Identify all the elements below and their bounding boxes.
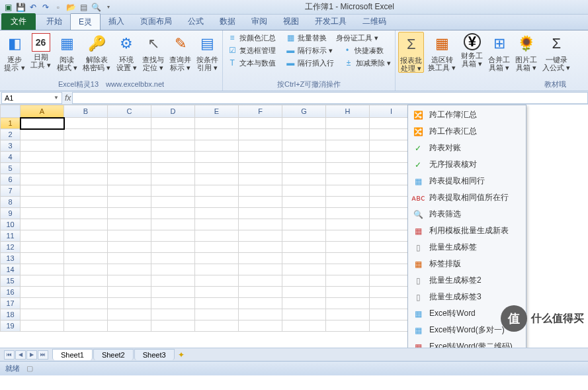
ribbon-btn-环境设置[interactable]: ⚙环境设置 ▾ xyxy=(114,32,138,72)
cell-D8[interactable] xyxy=(151,197,195,208)
cell-C6[interactable] xyxy=(108,174,151,185)
sheet-nav-prev-icon[interactable]: ◀ xyxy=(15,350,26,360)
row-header-17[interactable]: 17 xyxy=(1,298,21,309)
cell-I9[interactable] xyxy=(370,208,413,219)
cell-H4[interactable] xyxy=(326,152,370,163)
cell-H1[interactable] xyxy=(326,118,370,129)
cell-I12[interactable] xyxy=(370,242,413,253)
ribbon-btn-按条件引用[interactable]: ▤按条件引用 ▾ xyxy=(195,32,220,72)
cell-C19[interactable] xyxy=(108,320,151,332)
cell-D5[interactable] xyxy=(151,163,195,174)
row-header-12[interactable]: 12 xyxy=(1,242,21,253)
ribbon-small-按颜色汇总[interactable]: ≡按颜色汇总 xyxy=(226,32,277,44)
cell-D12[interactable] xyxy=(151,242,195,253)
cell-F14[interactable] xyxy=(239,264,282,275)
cell-E12[interactable] xyxy=(195,242,239,253)
cell-G4[interactable] xyxy=(282,152,326,163)
ribbon-btn-阅读模式[interactable]: ▦阅读模式 ▾ xyxy=(55,32,79,72)
new-sheet-icon[interactable]: ✦ xyxy=(178,350,185,360)
menu-item-批量生成标签[interactable]: ▯批量生成标签 xyxy=(408,239,526,256)
cell-F9[interactable] xyxy=(239,208,282,219)
cell-B2[interactable] xyxy=(64,129,108,140)
menu-item-跨工作簿汇总[interactable]: 🔀跨工作簿汇总 xyxy=(408,107,526,123)
col-header-H[interactable]: H xyxy=(326,105,370,118)
ribbon-small-快捷凑数[interactable]: •快捷凑数 xyxy=(341,44,385,56)
cell-H11[interactable] xyxy=(326,230,370,242)
cell-C10[interactable] xyxy=(108,219,151,230)
cell-F11[interactable] xyxy=(239,230,282,242)
cell-H18[interactable] xyxy=(326,309,370,320)
cell-A15[interactable] xyxy=(21,275,64,287)
tab-2[interactable]: 插入 xyxy=(101,13,132,30)
cell-G10[interactable] xyxy=(282,219,326,230)
cell-I16[interactable] xyxy=(370,287,413,298)
row-header-9[interactable]: 9 xyxy=(1,208,21,219)
cell-E10[interactable] xyxy=(195,219,239,230)
cell-F19[interactable] xyxy=(239,320,282,332)
name-box-dropdown-icon[interactable]: ▼ xyxy=(54,95,59,101)
col-header-A[interactable]: A xyxy=(21,105,64,118)
cell-D15[interactable] xyxy=(151,275,195,287)
ribbon-btn-报表批处理[interactable]: Σ报表批处理 ▾ xyxy=(398,32,424,73)
menu-item-跨工作表汇总[interactable]: 🔀跨工作表汇总 xyxy=(408,123,526,140)
cell-D18[interactable] xyxy=(151,309,195,320)
ribbon-btn-一键录入公式[interactable]: Σ一键录入公式 ▾ xyxy=(541,32,571,72)
cell-H15[interactable] xyxy=(326,275,370,287)
cell-F12[interactable] xyxy=(239,242,282,253)
sheet-tab-Sheet3[interactable]: Sheet3 xyxy=(134,349,175,360)
cell-F2[interactable] xyxy=(239,129,282,140)
ribbon-btn-图片工具箱[interactable]: 🌻图片工具箱 ▾ xyxy=(514,32,538,72)
cell-G17[interactable] xyxy=(282,298,326,309)
cell-H8[interactable] xyxy=(326,197,370,208)
cell-H9[interactable] xyxy=(326,208,370,219)
cell-G15[interactable] xyxy=(282,275,326,287)
cell-E8[interactable] xyxy=(195,197,239,208)
cell-F13[interactable] xyxy=(239,253,282,264)
menu-item-利用模板批量生成新表[interactable]: ▦利用模板批量生成新表 xyxy=(408,222,526,239)
cell-E2[interactable] xyxy=(195,129,239,140)
cell-G11[interactable] xyxy=(282,230,326,242)
ribbon-btn-日期工具[interactable]: 26日期工具 ▾ xyxy=(29,32,52,69)
cell-F1[interactable] xyxy=(239,118,282,129)
cell-A10[interactable] xyxy=(21,219,64,230)
cell-C14[interactable] xyxy=(108,264,151,275)
ribbon-small-隔行标示 ▾[interactable]: ▬隔行标示 ▾ xyxy=(284,44,334,56)
cell-H12[interactable] xyxy=(326,242,370,253)
cell-F6[interactable] xyxy=(239,174,282,185)
cell-E14[interactable] xyxy=(195,264,239,275)
cell-I6[interactable] xyxy=(370,174,413,185)
cell-B18[interactable] xyxy=(64,309,108,320)
cell-C11[interactable] xyxy=(108,230,151,242)
row-header-11[interactable]: 11 xyxy=(1,230,21,242)
cell-A1[interactable] xyxy=(21,118,64,129)
cell-F5[interactable] xyxy=(239,163,282,174)
cell-H17[interactable] xyxy=(326,298,370,309)
cell-B17[interactable] xyxy=(64,298,108,309)
cell-G2[interactable] xyxy=(282,129,326,140)
cell-H14[interactable] xyxy=(326,264,370,275)
row-header-13[interactable]: 13 xyxy=(1,253,21,264)
ribbon-btn-逐步提示[interactable]: ◧逐步提示 ▾ xyxy=(3,32,26,72)
cell-G1[interactable] xyxy=(282,118,326,129)
cell-G5[interactable] xyxy=(282,163,326,174)
cell-B12[interactable] xyxy=(64,242,108,253)
cell-E18[interactable] xyxy=(195,309,239,320)
cell-I18[interactable] xyxy=(370,309,413,320)
col-header-C[interactable]: C xyxy=(108,105,151,118)
cell-I2[interactable] xyxy=(370,129,413,140)
cell-A17[interactable] xyxy=(21,298,64,309)
cell-A14[interactable] xyxy=(21,264,64,275)
row-header-8[interactable]: 8 xyxy=(1,197,21,208)
col-header-E[interactable]: E xyxy=(195,105,239,118)
tab-6[interactable]: 审阅 xyxy=(243,13,275,30)
cell-C12[interactable] xyxy=(108,242,151,253)
cell-D7[interactable] xyxy=(151,185,195,197)
print-icon[interactable]: ▤ xyxy=(78,2,89,13)
cell-D3[interactable] xyxy=(151,140,195,152)
cell-C3[interactable] xyxy=(108,140,151,152)
undo-icon[interactable]: ↶ xyxy=(28,2,38,13)
col-header-I[interactable]: I xyxy=(370,105,413,118)
cell-I3[interactable] xyxy=(370,140,413,152)
cell-B3[interactable] xyxy=(64,140,108,152)
cell-A12[interactable] xyxy=(21,242,64,253)
